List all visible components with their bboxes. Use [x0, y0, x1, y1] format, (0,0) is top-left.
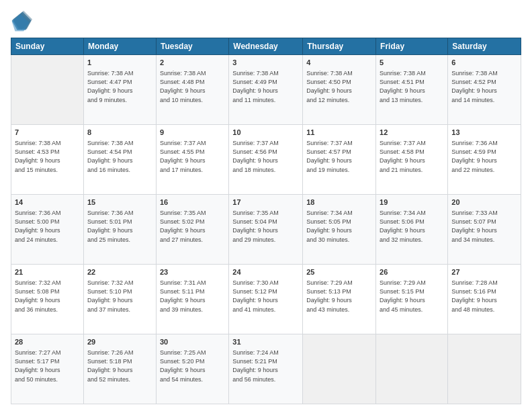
calendar-cell: 12Sunrise: 7:37 AM Sunset: 4:58 PM Dayli…	[376, 125, 448, 195]
column-header-tuesday: Tuesday	[156, 38, 228, 55]
day-info: Sunrise: 7:38 AM Sunset: 4:51 PM Dayligh…	[380, 69, 444, 104]
calendar-cell: 27Sunrise: 7:28 AM Sunset: 5:16 PM Dayli…	[448, 265, 521, 334]
day-info: Sunrise: 7:38 AM Sunset: 4:53 PM Dayligh…	[15, 139, 80, 174]
day-number: 26	[380, 267, 444, 277]
calendar-cell: 20Sunrise: 7:33 AM Sunset: 5:07 PM Dayli…	[448, 195, 521, 265]
calendar-cell: 26Sunrise: 7:29 AM Sunset: 5:15 PM Dayli…	[376, 265, 448, 334]
day-info: Sunrise: 7:37 AM Sunset: 4:58 PM Dayligh…	[380, 139, 444, 174]
day-info: Sunrise: 7:28 AM Sunset: 5:16 PM Dayligh…	[451, 279, 517, 314]
day-info: Sunrise: 7:38 AM Sunset: 4:48 PM Dayligh…	[160, 69, 225, 104]
calendar-cell: 2Sunrise: 7:38 AM Sunset: 4:48 PM Daylig…	[156, 55, 228, 125]
day-info: Sunrise: 7:31 AM Sunset: 5:11 PM Dayligh…	[160, 279, 225, 314]
day-number: 25	[306, 267, 372, 277]
column-header-saturday: Saturday	[448, 38, 521, 55]
day-info: Sunrise: 7:32 AM Sunset: 5:08 PM Dayligh…	[15, 279, 80, 314]
day-number: 5	[380, 58, 444, 68]
day-info: Sunrise: 7:29 AM Sunset: 5:13 PM Dayligh…	[306, 279, 372, 314]
calendar-cell: 17Sunrise: 7:35 AM Sunset: 5:04 PM Dayli…	[229, 195, 303, 265]
day-number: 10	[232, 128, 299, 138]
column-header-thursday: Thursday	[303, 38, 376, 55]
day-number: 19	[380, 197, 444, 208]
day-info: Sunrise: 7:36 AM Sunset: 5:01 PM Dayligh…	[87, 209, 152, 244]
calendar-cell: 24Sunrise: 7:30 AM Sunset: 5:12 PM Dayli…	[229, 265, 303, 334]
calendar-cell	[303, 334, 376, 404]
calendar-cell: 9Sunrise: 7:37 AM Sunset: 4:55 PM Daylig…	[156, 125, 228, 195]
day-number: 6	[451, 58, 517, 68]
day-number: 2	[160, 58, 225, 68]
day-number: 13	[451, 128, 517, 138]
column-header-sunday: Sunday	[11, 38, 84, 55]
calendar-cell: 18Sunrise: 7:34 AM Sunset: 5:05 PM Dayli…	[303, 195, 376, 265]
day-number: 4	[306, 58, 372, 68]
week-row-2: 14Sunrise: 7:36 AM Sunset: 5:00 PM Dayli…	[11, 195, 521, 265]
day-info: Sunrise: 7:33 AM Sunset: 5:07 PM Dayligh…	[451, 209, 517, 244]
day-number: 30	[160, 337, 225, 347]
day-number: 18	[306, 197, 372, 208]
day-info: Sunrise: 7:25 AM Sunset: 5:20 PM Dayligh…	[160, 349, 225, 383]
day-number: 7	[15, 128, 80, 138]
calendar-cell: 15Sunrise: 7:36 AM Sunset: 5:01 PM Dayli…	[83, 195, 156, 265]
day-number: 20	[451, 197, 517, 208]
day-info: Sunrise: 7:34 AM Sunset: 5:05 PM Dayligh…	[306, 209, 372, 244]
calendar-cell	[11, 55, 84, 125]
day-number: 27	[451, 267, 517, 277]
week-row-3: 21Sunrise: 7:32 AM Sunset: 5:08 PM Dayli…	[11, 265, 521, 334]
calendar-cell: 8Sunrise: 7:38 AM Sunset: 4:54 PM Daylig…	[83, 125, 156, 195]
week-row-0: 1Sunrise: 7:38 AM Sunset: 4:47 PM Daylig…	[11, 55, 521, 125]
day-number: 21	[15, 267, 80, 277]
calendar-cell: 7Sunrise: 7:38 AM Sunset: 4:53 PM Daylig…	[11, 125, 84, 195]
day-number: 14	[15, 197, 80, 208]
day-number: 11	[306, 128, 372, 138]
calendar-cell: 16Sunrise: 7:35 AM Sunset: 5:02 PM Dayli…	[156, 195, 228, 265]
calendar-cell: 30Sunrise: 7:25 AM Sunset: 5:20 PM Dayli…	[156, 334, 228, 404]
calendar-cell: 13Sunrise: 7:36 AM Sunset: 4:59 PM Dayli…	[448, 125, 521, 195]
day-info: Sunrise: 7:24 AM Sunset: 5:21 PM Dayligh…	[232, 349, 299, 383]
day-info: Sunrise: 7:29 AM Sunset: 5:15 PM Dayligh…	[380, 279, 444, 314]
day-number: 16	[160, 197, 225, 208]
calendar-cell: 6Sunrise: 7:38 AM Sunset: 4:52 PM Daylig…	[448, 55, 521, 125]
day-number: 17	[232, 197, 299, 208]
day-info: Sunrise: 7:38 AM Sunset: 4:50 PM Dayligh…	[306, 69, 372, 104]
day-info: Sunrise: 7:38 AM Sunset: 4:47 PM Dayligh…	[87, 69, 152, 104]
day-info: Sunrise: 7:35 AM Sunset: 5:02 PM Dayligh…	[160, 209, 225, 244]
day-number: 28	[15, 337, 80, 347]
calendar-cell: 3Sunrise: 7:38 AM Sunset: 4:49 PM Daylig…	[229, 55, 303, 125]
day-info: Sunrise: 7:38 AM Sunset: 4:52 PM Dayligh…	[451, 69, 517, 104]
day-number: 31	[232, 337, 299, 347]
calendar-cell: 29Sunrise: 7:26 AM Sunset: 5:18 PM Dayli…	[83, 334, 156, 404]
day-info: Sunrise: 7:27 AM Sunset: 5:17 PM Dayligh…	[15, 349, 80, 383]
day-info: Sunrise: 7:32 AM Sunset: 5:10 PM Dayligh…	[87, 279, 152, 314]
day-info: Sunrise: 7:35 AM Sunset: 5:04 PM Dayligh…	[232, 209, 299, 244]
calendar-cell: 22Sunrise: 7:32 AM Sunset: 5:10 PM Dayli…	[83, 265, 156, 334]
day-info: Sunrise: 7:26 AM Sunset: 5:18 PM Dayligh…	[87, 349, 152, 383]
day-number: 15	[87, 197, 152, 208]
column-header-friday: Friday	[376, 38, 448, 55]
calendar-cell: 4Sunrise: 7:38 AM Sunset: 4:50 PM Daylig…	[303, 55, 376, 125]
day-number: 29	[87, 337, 152, 347]
calendar-cell: 10Sunrise: 7:37 AM Sunset: 4:56 PM Dayli…	[229, 125, 303, 195]
day-info: Sunrise: 7:34 AM Sunset: 5:06 PM Dayligh…	[380, 209, 444, 244]
page: SundayMondayTuesdayWednesdayThursdayFrid…	[0, 0, 532, 411]
calendar-header-row: SundayMondayTuesdayWednesdayThursdayFrid…	[11, 38, 521, 55]
day-info: Sunrise: 7:36 AM Sunset: 4:59 PM Dayligh…	[451, 139, 517, 174]
day-number: 8	[87, 128, 152, 138]
day-number: 12	[380, 128, 444, 138]
day-number: 1	[87, 58, 152, 68]
day-number: 3	[232, 58, 299, 68]
week-row-1: 7Sunrise: 7:38 AM Sunset: 4:53 PM Daylig…	[11, 125, 521, 195]
calendar-cell: 25Sunrise: 7:29 AM Sunset: 5:13 PM Dayli…	[303, 265, 376, 334]
day-info: Sunrise: 7:30 AM Sunset: 5:12 PM Dayligh…	[232, 279, 299, 314]
column-header-wednesday: Wednesday	[229, 38, 303, 55]
calendar-cell: 23Sunrise: 7:31 AM Sunset: 5:11 PM Dayli…	[156, 265, 228, 334]
calendar-table: SundayMondayTuesdayWednesdayThursdayFrid…	[11, 38, 521, 404]
day-info: Sunrise: 7:36 AM Sunset: 5:00 PM Dayligh…	[15, 209, 80, 244]
week-row-4: 28Sunrise: 7:27 AM Sunset: 5:17 PM Dayli…	[11, 334, 521, 404]
column-header-monday: Monday	[83, 38, 156, 55]
calendar-cell: 5Sunrise: 7:38 AM Sunset: 4:51 PM Daylig…	[376, 55, 448, 125]
calendar-cell	[448, 334, 521, 404]
day-number: 9	[160, 128, 225, 138]
day-number: 22	[87, 267, 152, 277]
calendar-cell: 11Sunrise: 7:37 AM Sunset: 4:57 PM Dayli…	[303, 125, 376, 195]
day-number: 23	[160, 267, 225, 277]
day-info: Sunrise: 7:38 AM Sunset: 4:54 PM Dayligh…	[87, 139, 152, 174]
